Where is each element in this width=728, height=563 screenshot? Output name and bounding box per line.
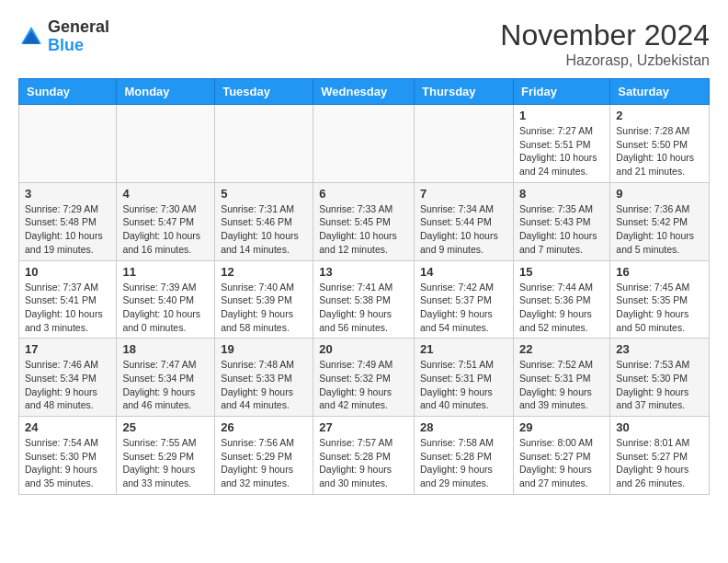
day-number: 22 <box>519 342 604 356</box>
day-number: 20 <box>319 342 408 356</box>
day-number: 6 <box>319 187 408 201</box>
calendar-cell: 3Sunrise: 7:29 AM Sunset: 5:48 PM Daylig… <box>19 182 117 260</box>
day-info: Sunrise: 7:55 AM Sunset: 5:29 PM Dayligh… <box>122 436 209 490</box>
calendar-cell: 30Sunrise: 8:01 AM Sunset: 5:27 PM Dayli… <box>610 417 710 495</box>
weekday-header-row: SundayMondayTuesdayWednesdayThursdayFrid… <box>19 79 710 105</box>
day-info: Sunrise: 7:45 AM Sunset: 5:35 PM Dayligh… <box>616 281 703 335</box>
day-number: 3 <box>25 187 110 201</box>
calendar-cell: 22Sunrise: 7:52 AM Sunset: 5:31 PM Dayli… <box>513 339 609 417</box>
calendar-cell <box>215 105 313 183</box>
weekday-header: Thursday <box>415 79 514 105</box>
calendar-cell <box>313 105 415 183</box>
day-info: Sunrise: 7:40 AM Sunset: 5:39 PM Dayligh… <box>221 281 307 335</box>
day-info: Sunrise: 7:33 AM Sunset: 5:45 PM Dayligh… <box>319 202 408 257</box>
day-number: 8 <box>519 187 604 201</box>
page-header: General Blue November 2024 Hazorasp, Uzb… <box>18 18 710 69</box>
logo: General Blue <box>18 18 109 55</box>
calendar-cell: 8Sunrise: 7:35 AM Sunset: 5:43 PM Daylig… <box>513 182 609 260</box>
weekday-header: Wednesday <box>313 79 415 105</box>
day-number: 10 <box>25 265 110 279</box>
calendar-cell: 12Sunrise: 7:40 AM Sunset: 5:39 PM Dayli… <box>215 260 313 339</box>
calendar-cell <box>19 105 117 183</box>
calendar-week-row: 3Sunrise: 7:29 AM Sunset: 5:48 PM Daylig… <box>19 182 710 260</box>
day-info: Sunrise: 7:37 AM Sunset: 5:41 PM Dayligh… <box>25 281 110 335</box>
day-number: 1 <box>519 109 604 122</box>
day-info: Sunrise: 7:47 AM Sunset: 5:34 PM Dayligh… <box>122 358 209 412</box>
calendar-cell: 13Sunrise: 7:41 AM Sunset: 5:38 PM Dayli… <box>313 260 415 339</box>
day-info: Sunrise: 8:01 AM Sunset: 5:27 PM Dayligh… <box>616 436 703 490</box>
day-number: 13 <box>319 265 408 279</box>
day-info: Sunrise: 7:36 AM Sunset: 5:42 PM Dayligh… <box>616 202 703 257</box>
day-number: 23 <box>616 342 703 356</box>
day-number: 28 <box>420 420 507 434</box>
day-info: Sunrise: 7:29 AM Sunset: 5:48 PM Dayligh… <box>25 202 110 257</box>
day-number: 2 <box>616 109 703 122</box>
calendar-cell: 24Sunrise: 7:54 AM Sunset: 5:30 PM Dayli… <box>19 417 117 495</box>
logo-icon <box>18 24 44 50</box>
calendar-cell: 2Sunrise: 7:28 AM Sunset: 5:50 PM Daylig… <box>610 105 710 183</box>
calendar-cell <box>117 105 215 183</box>
calendar-cell: 27Sunrise: 7:57 AM Sunset: 5:28 PM Dayli… <box>313 417 415 495</box>
day-info: Sunrise: 7:39 AM Sunset: 5:40 PM Dayligh… <box>122 281 209 335</box>
day-info: Sunrise: 7:28 AM Sunset: 5:50 PM Dayligh… <box>616 124 703 178</box>
calendar-cell: 10Sunrise: 7:37 AM Sunset: 5:41 PM Dayli… <box>19 260 117 339</box>
calendar-cell <box>415 105 514 183</box>
calendar-week-row: 10Sunrise: 7:37 AM Sunset: 5:41 PM Dayli… <box>19 260 710 339</box>
day-info: Sunrise: 7:58 AM Sunset: 5:28 PM Dayligh… <box>420 436 507 490</box>
day-info: Sunrise: 7:52 AM Sunset: 5:31 PM Dayligh… <box>519 358 604 412</box>
logo-text: General Blue <box>48 18 109 55</box>
logo-general: General <box>48 17 109 36</box>
day-info: Sunrise: 7:35 AM Sunset: 5:43 PM Dayligh… <box>519 202 604 257</box>
day-number: 26 <box>221 420 307 434</box>
calendar-week-row: 24Sunrise: 7:54 AM Sunset: 5:30 PM Dayli… <box>19 417 710 495</box>
weekday-header: Monday <box>117 79 215 105</box>
location: Hazorasp, Uzbekistan <box>500 52 710 69</box>
day-number: 25 <box>122 420 209 434</box>
day-number: 11 <box>122 265 209 279</box>
calendar-week-row: 17Sunrise: 7:46 AM Sunset: 5:34 PM Dayli… <box>19 339 710 417</box>
day-info: Sunrise: 7:57 AM Sunset: 5:28 PM Dayligh… <box>319 436 408 490</box>
calendar-cell: 20Sunrise: 7:49 AM Sunset: 5:32 PM Dayli… <box>313 339 415 417</box>
day-info: Sunrise: 7:48 AM Sunset: 5:33 PM Dayligh… <box>221 358 307 412</box>
day-info: Sunrise: 7:54 AM Sunset: 5:30 PM Dayligh… <box>25 436 110 490</box>
calendar-cell: 7Sunrise: 7:34 AM Sunset: 5:44 PM Daylig… <box>415 182 514 260</box>
month-title: November 2024 <box>500 18 710 52</box>
day-info: Sunrise: 7:34 AM Sunset: 5:44 PM Dayligh… <box>420 202 507 257</box>
day-info: Sunrise: 7:56 AM Sunset: 5:29 PM Dayligh… <box>221 436 307 490</box>
weekday-header: Sunday <box>19 79 117 105</box>
day-number: 27 <box>319 420 408 434</box>
day-info: Sunrise: 7:41 AM Sunset: 5:38 PM Dayligh… <box>319 281 408 335</box>
day-number: 17 <box>25 342 110 356</box>
day-number: 29 <box>519 420 604 434</box>
day-info: Sunrise: 7:31 AM Sunset: 5:46 PM Dayligh… <box>221 202 307 257</box>
day-info: Sunrise: 7:53 AM Sunset: 5:30 PM Dayligh… <box>616 358 703 412</box>
calendar-cell: 9Sunrise: 7:36 AM Sunset: 5:42 PM Daylig… <box>610 182 710 260</box>
day-number: 18 <box>122 342 209 356</box>
day-number: 7 <box>420 187 507 201</box>
day-number: 24 <box>25 420 110 434</box>
calendar-cell: 17Sunrise: 7:46 AM Sunset: 5:34 PM Dayli… <box>19 339 117 417</box>
day-number: 16 <box>616 265 703 279</box>
calendar-cell: 28Sunrise: 7:58 AM Sunset: 5:28 PM Dayli… <box>415 417 514 495</box>
day-info: Sunrise: 7:46 AM Sunset: 5:34 PM Dayligh… <box>25 358 110 412</box>
calendar-cell: 23Sunrise: 7:53 AM Sunset: 5:30 PM Dayli… <box>610 339 710 417</box>
day-number: 14 <box>420 265 507 279</box>
weekday-header: Friday <box>513 79 609 105</box>
calendar-cell: 25Sunrise: 7:55 AM Sunset: 5:29 PM Dayli… <box>117 417 215 495</box>
day-info: Sunrise: 7:27 AM Sunset: 5:51 PM Dayligh… <box>519 124 604 178</box>
day-number: 5 <box>221 187 307 201</box>
calendar-cell: 6Sunrise: 7:33 AM Sunset: 5:45 PM Daylig… <box>313 182 415 260</box>
calendar-cell: 15Sunrise: 7:44 AM Sunset: 5:36 PM Dayli… <box>513 260 609 339</box>
day-info: Sunrise: 7:44 AM Sunset: 5:36 PM Dayligh… <box>519 281 604 335</box>
calendar-cell: 29Sunrise: 8:00 AM Sunset: 5:27 PM Dayli… <box>513 417 609 495</box>
day-info: Sunrise: 7:30 AM Sunset: 5:47 PM Dayligh… <box>122 202 209 257</box>
day-number: 21 <box>420 342 507 356</box>
weekday-header: Tuesday <box>215 79 313 105</box>
calendar-cell: 4Sunrise: 7:30 AM Sunset: 5:47 PM Daylig… <box>117 182 215 260</box>
day-number: 12 <box>221 265 307 279</box>
calendar-cell: 19Sunrise: 7:48 AM Sunset: 5:33 PM Dayli… <box>215 339 313 417</box>
weekday-header: Saturday <box>610 79 710 105</box>
calendar-cell: 5Sunrise: 7:31 AM Sunset: 5:46 PM Daylig… <box>215 182 313 260</box>
calendar-cell: 18Sunrise: 7:47 AM Sunset: 5:34 PM Dayli… <box>117 339 215 417</box>
day-number: 15 <box>519 265 604 279</box>
